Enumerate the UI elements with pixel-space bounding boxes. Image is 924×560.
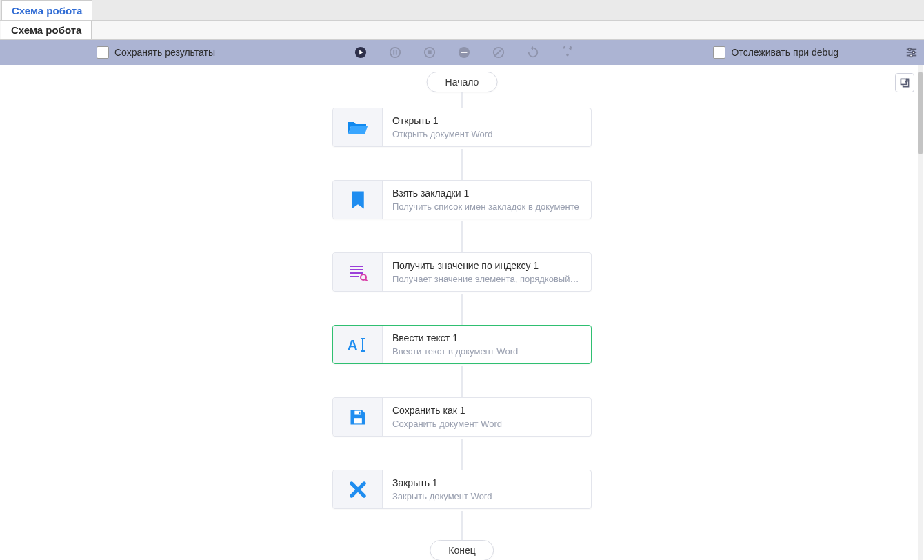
svg-point-2: [390, 48, 400, 57]
node-title: Сохранить как 1: [392, 405, 581, 416]
svg-line-10: [496, 50, 502, 56]
end-label: Конец: [448, 545, 475, 556]
node-title: Взять закладки 1: [392, 188, 581, 199]
start-label: Начало: [445, 77, 479, 88]
pause-button[interactable]: [388, 46, 402, 59]
svg-point-15: [908, 48, 911, 51]
svg-rect-22: [350, 266, 363, 267]
node-desc: Открыть документ Word: [392, 129, 581, 139]
svg-point-13: [566, 54, 569, 57]
tab-label: Схема робота: [12, 5, 82, 17]
svg-rect-4: [396, 50, 397, 54]
connector: [462, 511, 463, 540]
node-desc: Ввести текст в документ Word: [392, 346, 581, 357]
node-desc: Получает значение элемента, порядковый н…: [392, 274, 581, 284]
debug-checkbox[interactable]: [713, 46, 725, 59]
stop-button[interactable]: [423, 46, 436, 59]
flow-node-open[interactable]: Открыть 1 Открыть документ Word: [332, 108, 592, 147]
svg-rect-25: [350, 276, 359, 277]
node-desc: Закрыть документ Word: [392, 491, 581, 501]
bookmark-icon: [333, 181, 383, 219]
flow-node-get-bookmarks[interactable]: Взять закладки 1 Получить список имен за…: [332, 180, 592, 219]
toolbar: Сохранять результаты Отслеживать при deb…: [0, 40, 924, 65]
step-button[interactable]: [561, 46, 574, 59]
index-list-icon: [333, 253, 383, 291]
flow-node-input-text[interactable]: A Ввести текст 1 Ввести текст в документ…: [332, 325, 592, 364]
connector: [462, 439, 463, 470]
sub-tab-label: Схема робота: [11, 24, 81, 36]
end-node[interactable]: Конец: [430, 540, 494, 560]
node-title: Получить значение по индексу 1: [392, 260, 581, 271]
svg-text:A: A: [348, 337, 357, 352]
text-cursor-icon: A: [333, 326, 383, 363]
close-x-icon: [333, 470, 383, 508]
save-results-label: Сохранять результаты: [114, 47, 215, 58]
debug-label: Отслеживать при debug: [731, 47, 838, 58]
svg-rect-3: [394, 50, 395, 54]
sub-tab-strip: Схема робота: [0, 21, 924, 40]
svg-line-27: [365, 279, 368, 281]
prohibit-button[interactable]: [492, 46, 505, 59]
connector: [462, 366, 463, 397]
save-icon: [333, 398, 383, 436]
svg-rect-23: [350, 269, 363, 270]
restart-button[interactable]: [526, 46, 540, 59]
flow-canvas[interactable]: Начало Открыть 1 Открыть документ Word В…: [0, 65, 924, 560]
start-node[interactable]: Начало: [427, 72, 498, 92]
save-results-checkbox[interactable]: [97, 46, 109, 59]
folder-open-icon: [333, 108, 383, 146]
svg-marker-12: [569, 47, 572, 50]
flow-node-save-as[interactable]: Сохранить как 1 Сохранить документ Word: [332, 397, 592, 437]
fullscreen-button[interactable]: [895, 73, 914, 92]
svg-marker-11: [531, 46, 534, 50]
flow-node-get-by-index[interactable]: Получить значение по индексу 1 Получает …: [332, 252, 592, 292]
node-title: Открыть 1: [392, 115, 581, 126]
settings-sliders-button[interactable]: [905, 46, 918, 59]
connector: [462, 92, 463, 108]
connector: [462, 294, 463, 325]
node-desc: Получить список имен закладок в документ…: [392, 201, 581, 212]
svg-rect-6: [428, 50, 432, 54]
flow-node-close[interactable]: Закрыть 1 Закрыть документ Word: [332, 470, 592, 509]
svg-rect-34: [359, 411, 360, 414]
main-tab-strip: Схема робота: [0, 0, 924, 21]
svg-point-19: [910, 54, 912, 57]
tab-robot-schema[interactable]: Схема робота: [1, 0, 92, 20]
vertical-scrollbar[interactable]: [918, 65, 923, 560]
node-desc: Сохранить документ Word: [392, 419, 581, 429]
sub-tab-robot-schema[interactable]: Схема робота: [1, 21, 92, 39]
node-title: Ввести текст 1: [392, 332, 581, 343]
connector: [462, 149, 463, 180]
connector: [462, 221, 463, 252]
svg-rect-32: [354, 418, 362, 423]
disable-button[interactable]: [457, 46, 471, 59]
svg-point-17: [912, 51, 915, 54]
svg-rect-24: [350, 272, 363, 274]
node-title: Закрыть 1: [392, 477, 581, 488]
scroll-thumb[interactable]: [918, 72, 923, 154]
svg-point-26: [361, 274, 366, 280]
svg-rect-8: [461, 52, 468, 53]
play-button[interactable]: [354, 46, 368, 59]
